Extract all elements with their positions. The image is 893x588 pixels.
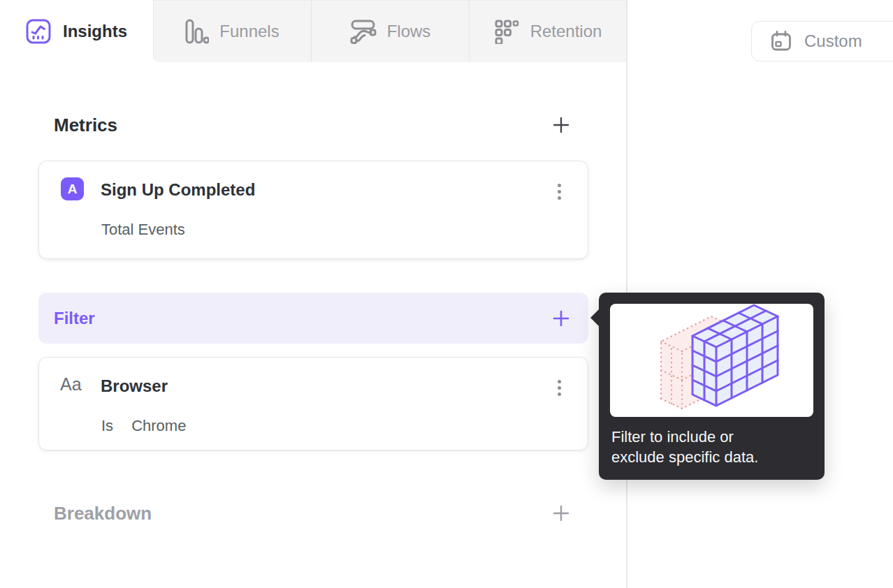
tooltip-arrow (590, 309, 600, 327)
filter-title: Filter (54, 309, 95, 328)
custom-button-label: Custom (804, 31, 862, 51)
app-window: Insights Funnels (0, 0, 893, 588)
filter-tooltip: Filter to include or exclude specific da… (599, 293, 825, 480)
metrics-section-header: Metrics (38, 108, 588, 142)
tab-retention-label: Retention (530, 22, 602, 41)
filter-operator[interactable]: Is (101, 417, 113, 434)
tab-group-inactive: Funnels Flows (153, 0, 627, 62)
metric-aggregation[interactable]: Total Events (101, 221, 185, 239)
metric-kebab-menu-icon[interactable] (549, 178, 569, 205)
breakdown-title: Breakdown (54, 503, 152, 524)
add-metric-button[interactable] (549, 113, 573, 137)
calendar-icon (770, 30, 792, 52)
cube-filter-illustration (610, 304, 813, 417)
add-breakdown-button[interactable] (549, 501, 573, 525)
tab-flows-label: Flows (387, 22, 431, 41)
filter-condition[interactable]: IsChrome (101, 417, 186, 435)
tab-flows[interactable]: Flows (311, 1, 469, 62)
funnel-bars-icon (185, 19, 209, 44)
metric-card[interactable]: A Sign Up Completed Total Events (38, 161, 588, 259)
filter-property-name: Browser (101, 376, 168, 396)
plus-icon (551, 504, 571, 523)
string-property-icon: Aa (60, 374, 82, 395)
flow-icon (350, 19, 377, 44)
filter-section-header[interactable]: Filter (38, 293, 588, 344)
date-range-custom-button[interactable]: Custom (751, 21, 893, 61)
tab-funnels[interactable]: Funnels (154, 1, 311, 62)
plus-icon (551, 309, 571, 328)
metrics-title: Metrics (54, 115, 117, 136)
tooltip-illustration (610, 304, 813, 417)
dot-grid-icon (495, 19, 520, 44)
filter-value[interactable]: Chrome (131, 417, 186, 434)
filter-card[interactable]: Aa Browser IsChrome (38, 357, 588, 450)
add-filter-button[interactable] (549, 307, 573, 330)
plus-icon (551, 115, 571, 135)
tab-retention[interactable]: Retention (469, 1, 627, 62)
tooltip-line-1: Filter to include or (611, 427, 758, 447)
metric-letter-badge: A (61, 177, 84, 200)
tooltip-text: Filter to include or exclude specific da… (611, 427, 758, 467)
tab-insights[interactable]: Insights (0, 0, 153, 62)
tooltip-line-2: exclude specific data. (611, 447, 758, 467)
metric-event-name: Sign Up Completed (101, 180, 255, 200)
insights-icon (26, 19, 51, 44)
breakdown-section-header: Breakdown (38, 497, 588, 530)
filter-kebab-menu-icon[interactable] (549, 374, 569, 401)
tab-insights-label: Insights (63, 22, 127, 41)
tab-funnels-label: Funnels (219, 22, 279, 41)
